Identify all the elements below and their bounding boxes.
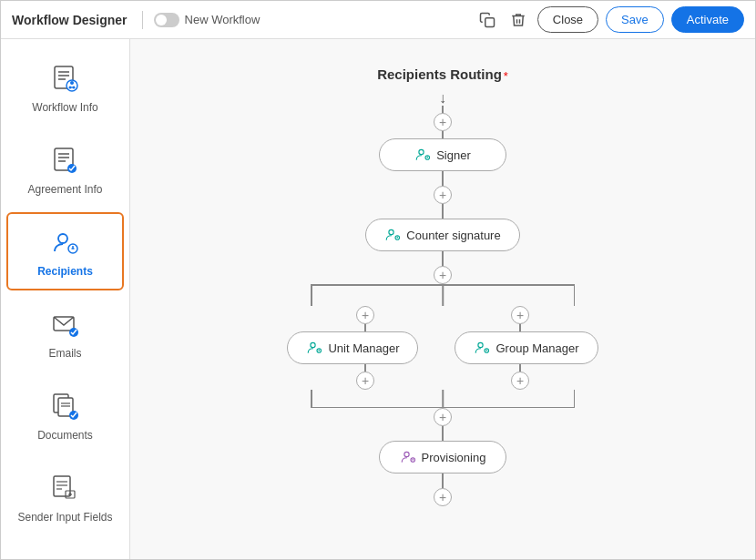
svg-point-37 [389,229,393,234]
app-container: Workflow Designer New Workflow [0,0,756,560]
svg-point-15 [58,234,67,243]
sidebar-item-recipients[interactable]: Recipients [6,212,124,290]
close-button[interactable]: Close [537,6,598,33]
add-above-provisioning[interactable]: + [434,408,452,426]
diagram-container: Recipients Routing * ↓ + [215,57,670,506]
main-layout: Workflow Info Agreement Info [1,39,755,559]
branch-left-add: + [356,306,374,331]
documents-icon [47,389,84,425]
documents-label: Documents [37,429,93,442]
add-buttons-below-row: + + [356,364,529,390]
add-above-signer[interactable]: + [434,113,452,131]
workflow-name-container: New Workflow [154,13,261,27]
sidebar-item-agreement-info[interactable]: Agreement Info [6,130,124,209]
svg-point-6 [70,81,74,85]
split-connector [311,284,575,306]
connector-4: + [434,473,452,506]
group-manager-label: Group Manager [495,341,578,355]
add-unit-manager-below[interactable]: + [356,372,374,390]
app-title: Workflow Designer [12,13,128,27]
save-button[interactable]: Save [606,6,664,33]
recipients-icon [47,225,84,261]
svg-point-33 [419,149,424,154]
unit-manager-icon [306,340,322,356]
content-area: Recipients Routing * ↓ + [130,39,755,559]
activate-button[interactable]: Activate [671,6,744,33]
branch-left-below-add: + [356,364,374,390]
emails-icon [47,307,84,343]
svg-rect-26 [54,476,70,496]
branch-right-below-add: + [511,364,529,390]
group-manager-icon [474,340,490,356]
signer-node[interactable]: Signer [379,138,506,171]
group-manager-node[interactable]: Group Manager [455,331,598,364]
signer-label: Signer [436,148,471,162]
svg-point-45 [478,342,483,347]
agreement-info-icon [47,143,84,179]
add-between-signer-counter[interactable]: + [434,186,452,204]
copy-button[interactable] [475,8,499,32]
sidebar-item-documents[interactable]: Documents [6,376,124,454]
connector-2: + [434,251,452,284]
unit-manager-label: Unit Manager [328,341,399,355]
header-divider [142,11,143,29]
sidebar-item-sender-input-fields[interactable]: Sender Input Fields [6,458,124,536]
connector-3: + [434,408,452,441]
workflow-toggle[interactable] [154,13,179,27]
counter-signature-icon [384,227,401,243]
counter-signature-label: Counter signature [406,229,500,242]
recipients-label: Recipients [37,265,93,278]
add-below-provisioning[interactable]: + [434,488,452,506]
header: Workflow Designer New Workflow [1,1,755,39]
workflow-info-label: Workflow Info [32,101,97,114]
provisioning-node[interactable]: Provisioning [379,441,506,473]
add-below-counter[interactable]: + [434,266,452,284]
branch-right-add: + [511,306,529,331]
merge-connector [311,390,575,408]
sidebar-item-emails[interactable]: Emails [6,294,124,372]
workflow-info-icon [47,61,84,97]
sidebar: Workflow Info Agreement Info [1,39,130,559]
add-group-manager-below[interactable]: + [511,372,529,390]
counter-signature-node[interactable]: Counter signature [365,219,519,251]
add-buttons-row: + + [356,306,529,331]
add-unit-manager-above[interactable]: + [356,306,374,324]
top-connector: ↓ + [434,91,452,138]
svg-rect-0 [485,17,495,26]
sender-input-fields-label: Sender Input Fields [17,511,112,524]
diagram-title: Recipients Routing [377,66,502,82]
delete-button[interactable] [506,8,530,32]
provisioning-label: Provisioning [422,451,486,464]
sender-input-fields-icon [47,471,84,507]
emails-label: Emails [48,347,81,360]
sidebar-item-workflow-info[interactable]: Workflow Info [6,48,124,127]
branch-nodes: Unit Manager Group Manager [287,331,598,364]
add-group-manager-above[interactable]: + [511,306,529,324]
signer-icon [414,147,431,163]
required-indicator: * [504,69,508,83]
header-actions: Close Save Activate [475,6,744,33]
agreement-info-label: Agreement Info [27,183,102,196]
provisioning-icon [400,449,416,465]
svg-point-49 [404,452,408,456]
svg-point-41 [311,342,315,347]
unit-manager-node[interactable]: Unit Manager [287,331,418,364]
workflow-name-label: New Workflow [185,13,261,26]
connector-1: + [434,171,452,219]
parallel-section: + + [215,284,670,408]
